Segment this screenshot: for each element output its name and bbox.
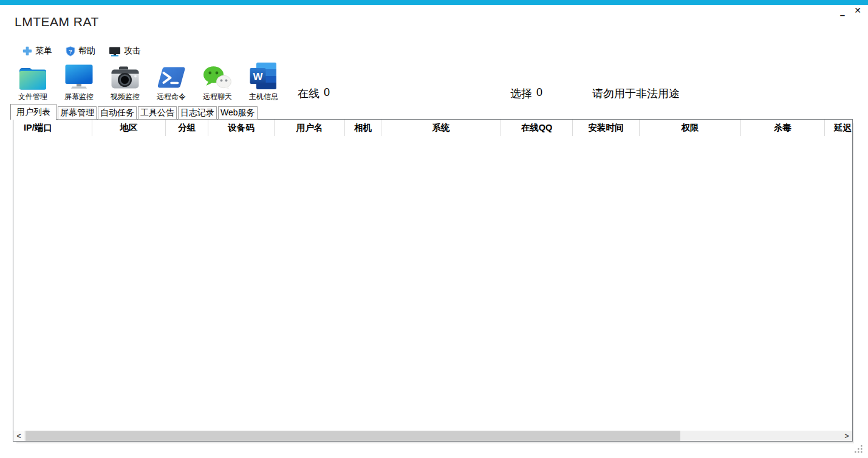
resize-grip[interactable]	[855, 445, 863, 456]
header-cell-permission[interactable]: 权限	[640, 120, 741, 136]
header-cell-username[interactable]: 用户名	[275, 120, 345, 136]
toolbar-button-file-manager[interactable]: 文件管理	[10, 60, 56, 102]
header-cell-install-time[interactable]: 安装时间	[573, 120, 640, 136]
svg-text:W: W	[253, 71, 263, 83]
header-cell-delay[interactable]: 延迟	[825, 120, 852, 136]
selected-label: 选择	[510, 86, 532, 101]
table-header-row: IP/端口 地区 分组 设备码 用户名 相机 系统 在线QQ 安装时间 权限 杀…	[13, 120, 852, 137]
warning-text: 请勿用于非法用途	[592, 86, 680, 101]
menu-item-attack[interactable]: 攻击	[109, 46, 141, 56]
tab-web-service[interactable]: Web服务	[218, 106, 258, 120]
tab-bar: 用户列表 屏幕管理 自动任务 工具公告 日志记录 Web服务	[10, 104, 259, 120]
toolbar-button-label: 视频监控	[111, 92, 140, 102]
toolbar-button-label: 远程聊天	[203, 92, 232, 102]
header-cell-ip-port[interactable]: IP/端口	[13, 120, 92, 136]
svg-text:?: ?	[69, 47, 72, 54]
status-online: 在线 0	[298, 86, 330, 101]
user-list-body	[13, 136, 852, 431]
toolbar-button-label: 主机信息	[249, 92, 278, 102]
header-cell-antivirus[interactable]: 杀毒	[741, 120, 825, 136]
header-cell-device-code[interactable]: 设备码	[208, 120, 275, 136]
tab-user-list[interactable]: 用户列表	[10, 104, 56, 120]
minimize-button[interactable]: –	[835, 4, 850, 21]
header-cell-camera[interactable]: 相机	[345, 120, 381, 136]
plus-icon	[22, 46, 32, 56]
tab-log-record[interactable]: 日志记录	[178, 106, 217, 120]
toolbar-button-screen-monitor[interactable]: 屏幕监控	[56, 60, 102, 102]
chevron-right-icon: >	[844, 432, 849, 440]
accent-bar	[0, 0, 868, 5]
online-count: 0	[324, 86, 330, 101]
folder-icon	[19, 60, 47, 90]
status-selected: 选择 0	[510, 86, 542, 101]
toolbar-button-video-monitor[interactable]: 视频监控	[102, 60, 148, 102]
monitor-icon	[65, 60, 93, 90]
menu-item-help[interactable]: ? 帮助	[66, 46, 95, 56]
online-label: 在线	[298, 86, 320, 101]
toolbar-button-remote-chat[interactable]: 远程聊天	[194, 60, 241, 102]
header-cell-online-qq[interactable]: 在线QQ	[501, 120, 573, 136]
user-table-panel: IP/端口 地区 分组 设备码 用户名 相机 系统 在线QQ 安装时间 权限 杀…	[13, 119, 853, 442]
menubar: 菜单 ? 帮助 攻击	[22, 46, 141, 56]
header-cell-region[interactable]: 地区	[92, 120, 166, 136]
toolbar-button-remote-command[interactable]: 远程命令	[148, 60, 194, 102]
header-cell-group[interactable]: 分组	[166, 120, 208, 136]
app-window: – ✕ LMTEAM RAT 菜单 ? 帮助	[0, 0, 868, 458]
toolbar-button-host-info[interactable]: W 主机信息	[241, 60, 287, 102]
toolbar: 文件管理 屏幕监控	[10, 60, 287, 102]
selected-count: 0	[536, 86, 542, 101]
tab-auto-task[interactable]: 自动任务	[98, 106, 137, 120]
scroll-right-button[interactable]: >	[841, 431, 852, 441]
wechat-icon	[203, 60, 232, 90]
status-warning: 请勿用于非法用途	[592, 86, 680, 101]
horizontal-scrollbar[interactable]: < >	[13, 431, 852, 441]
camera-icon	[111, 60, 139, 90]
toolbar-button-label: 文件管理	[18, 92, 47, 102]
menu-item-menu[interactable]: 菜单	[22, 46, 52, 56]
toolbar-button-label: 远程命令	[157, 92, 186, 102]
scroll-left-button[interactable]: <	[13, 431, 24, 441]
toolbar-button-label: 屏幕监控	[64, 92, 94, 102]
chevron-left-icon: <	[16, 432, 21, 440]
tab-screen-management[interactable]: 屏幕管理	[58, 106, 97, 120]
menu-item-label: 攻击	[124, 46, 141, 56]
menu-item-label: 菜单	[35, 46, 52, 56]
close-button[interactable]: ✕	[850, 4, 865, 16]
app-title: LMTEAM RAT	[15, 15, 99, 29]
attack-monitor-icon	[109, 46, 121, 56]
tab-tool-announcement[interactable]: 工具公告	[138, 106, 177, 120]
word-icon: W	[250, 60, 278, 90]
menu-item-label: 帮助	[78, 46, 95, 56]
resize-grip-icon	[855, 445, 863, 455]
scrollbar-thumb[interactable]	[26, 431, 680, 441]
powershell-icon	[157, 60, 185, 90]
header-cell-system[interactable]: 系统	[381, 120, 501, 136]
shield-question-icon: ?	[66, 46, 75, 56]
